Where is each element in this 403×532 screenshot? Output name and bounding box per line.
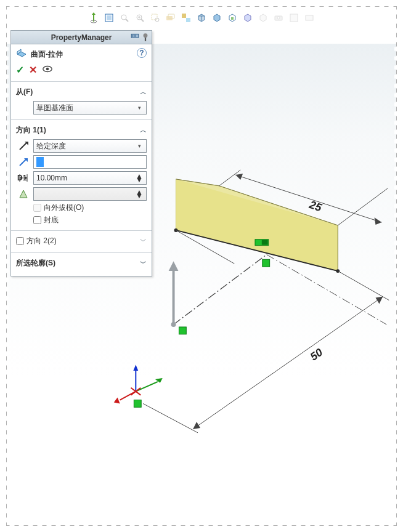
cap-end-checkbox[interactable]: 封底: [33, 215, 147, 225]
from-value: 草图基准面: [36, 103, 73, 113]
svg-line-55: [219, 170, 241, 186]
svg-rect-15: [182, 14, 186, 18]
feature-name: 曲面-拉伸: [31, 49, 63, 60]
svg-marker-65: [193, 422, 200, 429]
tb-display-style-icon[interactable]: [210, 11, 224, 25]
reverse-direction-icon[interactable]: [16, 139, 31, 153]
help-icon[interactable]: ?: [137, 48, 147, 58]
section-contours-header[interactable]: 所选轮廓(S) ﹀: [16, 257, 147, 270]
svg-marker-22: [231, 17, 234, 20]
tb-zoom-icon[interactable]: [133, 11, 147, 25]
svg-marker-48: [133, 365, 138, 371]
svg-rect-28: [306, 15, 313, 20]
svg-marker-32: [176, 179, 338, 271]
depth-value: 10.00mm: [36, 174, 67, 182]
svg-rect-42: [179, 327, 186, 334]
svg-rect-40: [262, 240, 268, 245]
tb-orientation-icon[interactable]: [102, 11, 116, 25]
svg-point-5: [121, 15, 126, 20]
direction-handle[interactable]: [169, 261, 179, 327]
pm-pin-icon[interactable]: [130, 32, 140, 42]
contours-label: 所选轮廓(S): [16, 258, 55, 268]
ok-button[interactable]: ✓: [16, 64, 24, 76]
tb-render-icon[interactable]: [287, 11, 301, 25]
tb-scene-icon[interactable]: [256, 11, 270, 25]
svg-rect-11: [152, 14, 157, 20]
section-from-header[interactable]: 从(F) ︿: [16, 86, 147, 99]
dim50-value: 50: [308, 346, 325, 363]
svg-marker-66: [376, 297, 383, 304]
dir2-enable-checkbox[interactable]: [16, 237, 24, 245]
cancel-button[interactable]: ✕: [29, 64, 37, 76]
depth-input[interactable]: 10.00mm ▲▼: [33, 171, 147, 185]
dir2-label: 方向 2(2): [26, 236, 57, 246]
property-manager-panel: PropertyManager 曲面-拉伸 ? ✓ ✕ 从(F): [10, 30, 152, 276]
end-condition-value: 给定深度: [36, 141, 66, 151]
tb-section-icon[interactable]: [241, 11, 254, 25]
pm-header[interactable]: PropertyManager: [11, 31, 152, 44]
svg-rect-43: [134, 400, 141, 408]
svg-rect-4: [107, 15, 112, 20]
view-toolbar: [7, 9, 396, 26]
svg-line-6: [126, 19, 128, 22]
svg-rect-41: [263, 259, 270, 267]
origin-triad: [114, 365, 163, 403]
svg-line-64: [193, 297, 383, 429]
svg-line-56: [338, 188, 388, 225]
svg-point-77: [46, 68, 49, 71]
svg-marker-59: [375, 217, 382, 225]
detailed-preview-icon[interactable]: [42, 63, 53, 76]
chevron-down-icon: ﹀: [140, 259, 147, 268]
svg-line-78: [20, 143, 26, 150]
svg-rect-16: [186, 18, 190, 22]
draft-angle-input[interactable]: ▲▼: [33, 187, 147, 201]
svg-point-26: [277, 17, 280, 19]
svg-point-72: [144, 33, 148, 38]
svg-line-80: [20, 159, 26, 166]
svg-marker-20: [214, 14, 220, 22]
svg-point-46: [171, 322, 176, 327]
tb-plane-indicator-icon[interactable]: [87, 11, 100, 25]
end-condition-select[interactable]: 给定深度 ▾: [33, 139, 147, 153]
from-select[interactable]: 草图基准面 ▾: [33, 101, 147, 115]
tb-draft-icon[interactable]: [226, 11, 239, 25]
svg-marker-23: [245, 14, 251, 22]
tb-pan-icon[interactable]: [164, 11, 177, 25]
tb-camera-icon[interactable]: [272, 11, 285, 25]
svg-marker-24: [260, 14, 266, 22]
svg-marker-45: [169, 261, 179, 271]
svg-line-8: [141, 19, 144, 22]
section-dir2-header[interactable]: 方向 2(2) ﹀: [16, 235, 147, 248]
dim25-value: 25: [307, 198, 324, 214]
svg-marker-52: [114, 398, 120, 404]
dimension-50[interactable]: 50: [120, 230, 389, 477]
spinner-icon[interactable]: ▲▼: [135, 190, 144, 198]
svg-line-62: [338, 271, 389, 300]
tb-more-icon[interactable]: [303, 11, 316, 25]
tb-rotate-icon[interactable]: [179, 11, 193, 25]
chevron-up-icon: ︿: [140, 87, 147, 97]
dir1-label: 方向 1(1): [16, 125, 46, 135]
surface-extrude-icon: [16, 48, 27, 61]
chevron-up-icon: ︿: [140, 126, 147, 135]
from-label: 从(F): [16, 87, 33, 97]
direction-ref-input[interactable]: [33, 155, 147, 169]
spinner-icon[interactable]: ▲▼: [135, 174, 144, 182]
tb-zoom-area-icon[interactable]: [149, 11, 162, 25]
tb-fit-icon[interactable]: [118, 11, 131, 25]
section-dir1-header[interactable]: 方向 1(1) ︿: [16, 124, 147, 137]
tb-view-orientation-icon[interactable]: [195, 11, 208, 25]
dropdown-icon: ▾: [135, 144, 144, 148]
svg-marker-88: [20, 190, 27, 198]
depth-icon: D1: [16, 171, 31, 185]
direction-vector-icon[interactable]: [16, 155, 31, 169]
pm-pushpin-icon[interactable]: [140, 32, 150, 42]
dropdown-icon: ▾: [135, 106, 144, 110]
svg-line-63: [143, 403, 198, 432]
draft-outward-checkbox: 向外拔模(O): [33, 203, 147, 213]
svg-rect-27: [290, 14, 298, 22]
svg-marker-1: [92, 12, 96, 15]
draft-icon[interactable]: [16, 187, 31, 201]
svg-line-29: [174, 254, 267, 324]
pm-title: PropertyManager: [51, 33, 112, 42]
